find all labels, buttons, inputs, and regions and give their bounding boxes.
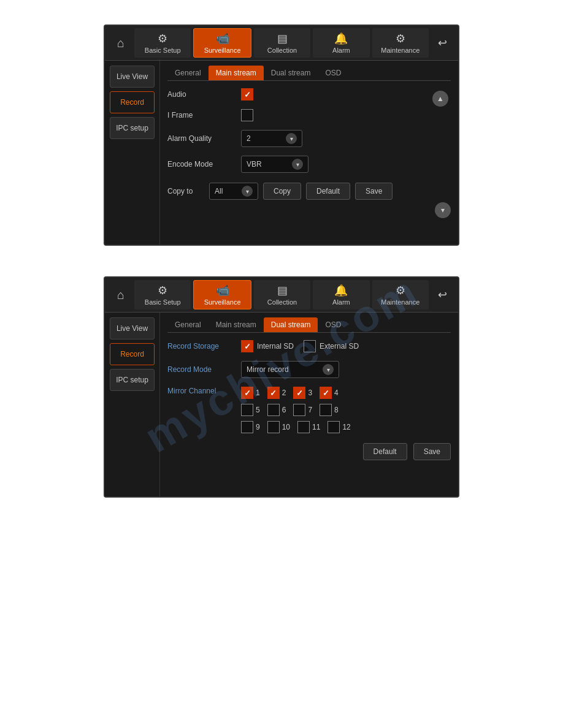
internal-sd-option: Internal SD — [241, 340, 294, 352]
sub-tabs-1: General Main stream Dual stream OSD — [167, 66, 451, 81]
channel-1-item: 1 — [241, 387, 260, 399]
channel-10-checkbox[interactable] — [267, 421, 280, 433]
tab-alarm-2[interactable]: 🔔 Alarm — [313, 280, 369, 309]
tab-collection-1[interactable]: ▤ Collection — [254, 28, 310, 58]
mirror-channel-row: Mirror Channel 1 2 — [167, 387, 451, 433]
collection-label-1: Collection — [267, 47, 297, 54]
sidebar-1: Live View Record IPC setup — [105, 61, 160, 245]
mirror-channel-grid: 1 2 3 4 — [241, 387, 351, 433]
record-mode-dropdown[interactable]: Mirror record ▾ — [241, 361, 339, 378]
home-button-1[interactable]: ⌂ — [110, 32, 132, 54]
basic-setup-label-1: Basic Setup — [145, 47, 181, 54]
record-mode-arrow: ▾ — [323, 364, 334, 375]
record-mode-value: Mirror record — [247, 365, 319, 374]
tab-surveillance-1[interactable]: 📹 Surveillance — [193, 28, 251, 58]
channel-11-checkbox[interactable] — [297, 421, 310, 433]
surveillance-label-1: Surveillance — [204, 47, 241, 54]
channel-1-checkbox[interactable] — [241, 387, 253, 399]
sidebar-record-2[interactable]: Record — [110, 343, 155, 365]
tab-surveillance-2[interactable]: 📹 Surveillance — [193, 280, 251, 309]
tab-basic-setup-1[interactable]: ⚙ Basic Setup — [134, 28, 191, 58]
subtab-osd-2[interactable]: OSD — [318, 317, 348, 332]
tab-alarm-1[interactable]: 🔔 Alarm — [313, 28, 369, 58]
channel-3-checkbox[interactable] — [293, 387, 305, 399]
subtab-dual-stream-1[interactable]: Dual stream — [264, 66, 318, 80]
surveillance-label-2: Surveillance — [204, 298, 241, 306]
tab-basic-setup-2[interactable]: ⚙ Basic Setup — [134, 280, 191, 309]
alarm-quality-row: Alarm Quality 2 ▾ — [167, 130, 430, 147]
copy-to-value: All — [215, 187, 238, 195]
channel-12-item: 12 — [327, 421, 350, 433]
tab-maintenance-2[interactable]: ⚙ Maintenance — [372, 280, 429, 309]
channel-6-label: 6 — [282, 406, 286, 414]
record-storage-row: Record Storage Internal SD External SD — [167, 340, 451, 352]
back-button-2[interactable]: ↩ — [431, 284, 453, 306]
copy-to-row: Copy to All ▾ Copy Default Save — [167, 183, 430, 200]
save-button-1[interactable]: Save — [355, 183, 393, 200]
mirror-channel-label: Mirror Channel — [167, 387, 235, 395]
subtab-main-stream-1[interactable]: Main stream — [209, 66, 264, 80]
subtab-dual-stream-2[interactable]: Dual stream — [264, 317, 318, 332]
main-content-1: General Main stream Dual stream OSD Audi… — [160, 61, 458, 245]
tab-collection-2[interactable]: ▤ Collection — [254, 280, 310, 309]
record-mode-label: Record Mode — [167, 365, 235, 374]
record-mode-row: Record Mode Mirror record ▾ — [167, 361, 451, 378]
channel-9-checkbox[interactable] — [241, 421, 253, 433]
copy-to-dropdown[interactable]: All ▾ — [209, 183, 258, 200]
record-storage-label: Record Storage — [167, 342, 235, 351]
channel-2-checkbox[interactable] — [267, 387, 280, 399]
external-sd-option: External SD — [304, 340, 359, 352]
channel-row-3: 9 10 11 12 — [241, 421, 351, 433]
alarm-quality-label: Alarm Quality — [167, 134, 235, 143]
scroll-up-button-1[interactable]: ▲ — [432, 91, 448, 107]
channel-11-item: 11 — [297, 421, 320, 433]
iframe-checkbox[interactable] — [241, 109, 253, 121]
channel-7-item: 7 — [293, 404, 312, 416]
external-sd-checkbox[interactable] — [304, 340, 316, 352]
channel-8-label: 8 — [334, 406, 339, 414]
sub-tabs-2: General Main stream Dual stream OSD — [167, 317, 451, 333]
subtab-main-stream-2[interactable]: Main stream — [209, 317, 264, 332]
tab-maintenance-1[interactable]: ⚙ Maintenance — [372, 28, 429, 58]
content-area-1: Live View Record IPC setup General Main … — [105, 61, 458, 245]
maintenance-icon-2: ⚙ — [396, 284, 405, 297]
default-button-2[interactable]: Default — [363, 443, 407, 460]
sidebar-ipc-setup-2[interactable]: IPC setup — [110, 369, 155, 391]
channel-4-checkbox[interactable] — [320, 387, 332, 399]
default-button-1[interactable]: Default — [306, 183, 350, 200]
channel-4-item: 4 — [320, 387, 339, 399]
copy-to-arrow: ▾ — [242, 186, 253, 197]
channel-8-checkbox[interactable] — [320, 404, 332, 416]
home-button-2[interactable]: ⌂ — [110, 284, 132, 306]
channel-5-label: 5 — [256, 406, 260, 414]
maintenance-icon-1: ⚙ — [396, 32, 405, 45]
channel-5-checkbox[interactable] — [241, 404, 253, 416]
channel-row-1: 1 2 3 4 — [241, 387, 351, 399]
subtab-osd-1[interactable]: OSD — [318, 66, 348, 80]
channel-6-checkbox[interactable] — [267, 404, 280, 416]
channel-12-checkbox[interactable] — [327, 421, 340, 433]
alarm-label-1: Alarm — [332, 47, 350, 54]
scroll-down-button-1[interactable]: ▾ — [435, 202, 451, 218]
alarm-quality-value: 2 — [247, 134, 282, 143]
sidebar-ipc-setup-1[interactable]: IPC setup — [110, 117, 155, 139]
sidebar-record-1[interactable]: Record — [110, 91, 155, 113]
back-button-1[interactable]: ↩ — [431, 32, 453, 54]
subtab-general-2[interactable]: General — [167, 317, 209, 332]
encode-mode-arrow: ▾ — [292, 159, 303, 170]
save-button-2[interactable]: Save — [413, 443, 451, 460]
channel-9-item: 9 — [241, 421, 260, 433]
audio-checkbox[interactable] — [241, 88, 253, 100]
alarm-quality-arrow: ▾ — [286, 133, 297, 144]
channel-7-label: 7 — [308, 406, 312, 414]
sidebar-live-view-1[interactable]: Live View — [110, 66, 155, 88]
encode-mode-dropdown[interactable]: VBR ▾ — [241, 156, 308, 173]
internal-sd-checkbox[interactable] — [241, 340, 253, 352]
channel-9-label: 9 — [256, 423, 260, 431]
sidebar-live-view-2[interactable]: Live View — [110, 317, 155, 339]
alarm-quality-dropdown[interactable]: 2 ▾ — [241, 130, 302, 147]
channel-1-label: 1 — [256, 389, 260, 397]
copy-button[interactable]: Copy — [263, 183, 301, 200]
subtab-general-1[interactable]: General — [167, 66, 209, 80]
channel-7-checkbox[interactable] — [293, 404, 305, 416]
